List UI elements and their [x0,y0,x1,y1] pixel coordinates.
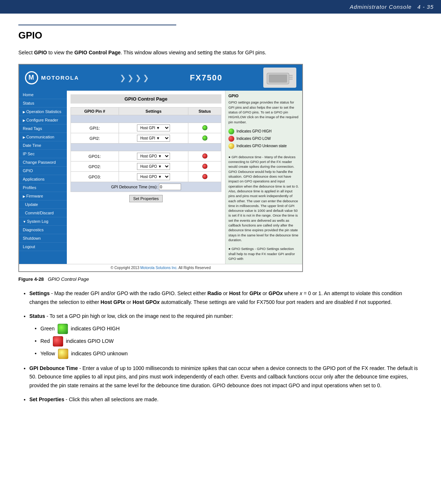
status-gpi1[interactable] [188,123,221,133]
setting-gpo1: Host GPO ▼ [119,151,188,162]
gpo3-status-dot[interactable] [202,174,207,179]
help-legend-green: Indicates GPIO HIGH [228,128,299,134]
fx-main-panel: GPIO Control Page GPIO Pin # Settings St… [67,91,225,264]
breadcrumb-arrows: ❯ ❯ ❯ ❯ [120,73,149,82]
help-green-dot [228,128,234,134]
debounce-input[interactable] [159,184,181,190]
sidebar-item-logout[interactable]: Logout [19,243,67,251]
help-legend-yellow: Indicates GPIO Unknown state [228,143,299,149]
help-green-label: Indicates GPIO HIGH [236,129,272,133]
debounce-label: GPI Debounce Time (ms): [111,185,158,189]
bullet-list: Settings - Map the reader GPI and/or GPO… [29,289,423,404]
set-properties-button[interactable]: Set Properties [129,195,163,202]
help-legend-red: Indicates GPIO LOW [228,136,299,142]
help-description: GPIO settings page provides the status f… [228,100,299,124]
table-row: GPO3: Host GPO ▼ [71,172,221,182]
sidebar-item-communication[interactable]: Communication [19,133,67,141]
status-gpo1[interactable] [188,151,221,162]
debounce-cell: GPI Debounce Time (ms): [71,182,221,192]
pin-gpo3: GPO3: [71,172,119,182]
set-properties-text: - Click this when all selections are mad… [66,396,159,402]
sidebar-item-shutdown[interactable]: Shutdown [19,234,67,243]
sub-item-green: Green indicates GPIO HIGH [40,324,423,334]
setting-gpo2: Host GPO ▼ [119,162,188,172]
green-color-indicator [58,324,68,334]
col-header-pin: GPIO Pin # [71,108,119,115]
sidebar-item-change-password[interactable]: Change Password [19,158,67,167]
sidebar-item-operation-statistics[interactable]: Operation Statistics [19,108,67,116]
pin-gpo1: GPO1: [71,151,119,162]
status-gpi2[interactable] [188,133,221,144]
gpo3-select[interactable]: Host GPO ▼ [137,173,170,180]
status-text: - To set a GPO pin high or low, click on… [47,313,233,319]
gpi2-status-dot[interactable] [202,135,207,141]
gpo2-status-dot[interactable] [202,164,207,169]
help-red-label: Indicates GPIO LOW [236,137,271,141]
gpi1-select[interactable]: Host GPI ▼ [137,124,170,131]
help-yellow-label: Indicates GPIO Unknown state [236,144,287,148]
screenshot-container: M MOTOROLA ❯ ❯ ❯ ❯ FX7500 [18,64,303,272]
gpo1-select[interactable]: Host GPO ▼ [137,153,170,160]
sub-item-red: Red indicates GPIO LOW [40,336,423,347]
sidebar-item-configure-reader[interactable]: Configure Reader [19,116,67,124]
sidebar-item-profiles[interactable]: Profiles [19,184,67,192]
gpo2-select[interactable]: Host GPO ▼ [137,163,170,170]
chevron-icon-2: ❯ [127,73,134,82]
status-gpo2[interactable] [188,162,221,172]
figure-caption-text: GPIO Control Page [48,276,89,282]
col-header-settings: Settings [119,108,188,115]
red-label: Red [40,338,50,344]
fx-sidebar: Home Status Operation Statistics Configu… [19,91,67,264]
help-yellow-dot [228,143,234,149]
sidebar-item-home[interactable]: Home [19,91,67,99]
sidebar-item-status[interactable]: Status [19,99,67,108]
table-row: GPI2: Host GPI ▼ [71,133,221,144]
motorola-link[interactable]: Motorola Solutions Inc. [140,266,178,270]
sidebar-item-gpio[interactable]: GPIO [19,167,67,175]
gpo1-status-dot[interactable] [202,153,207,159]
svg-rect-4 [289,79,293,80]
list-item-settings: Settings - Map the reader GPI and/or GPO… [29,289,423,307]
chevron-icon-4: ❯ [143,73,149,82]
sidebar-item-commit-discard[interactable]: Commit/Discard [19,209,67,217]
status-gpo3[interactable] [188,172,221,182]
gpi1-status-dot[interactable] [202,125,207,130]
sidebar-item-system-log[interactable]: System Log [19,217,67,226]
motorola-header: M MOTOROLA ❯ ❯ ❯ ❯ FX7500 [19,65,302,91]
sidebar-item-applications[interactable]: Applications [19,175,67,184]
motorola-logo-icon: M [25,71,38,84]
red-color-indicator [53,336,63,347]
sidebar-item-update[interactable]: Update [19,200,67,209]
chevron-icon-3: ❯ [135,73,141,82]
sidebar-item-firmware[interactable]: Firmware [19,192,67,200]
debounce-row: GPI Debounce Time (ms): [71,182,221,192]
setting-gpi1: Host GPI ▼ [119,123,188,133]
svg-rect-1 [269,75,287,83]
device-image [263,68,296,88]
help-title: GPIO [228,94,299,98]
intro-description: This window allows viewing and setting t… [123,50,266,55]
sidebar-item-diagnostics[interactable]: Diagnostics [19,226,67,234]
fx-help-panel: GPIO GPIO settings page provides the sta… [225,91,302,264]
sidebar-item-ip-sec[interactable]: IP Sec [19,150,67,158]
pin-gpi2: GPI2: [71,133,119,144]
sidebar-item-date-time[interactable]: Date Time [19,141,67,150]
fx-footer: © Copyright 2013 Motorola Solutions Inc.… [19,264,302,271]
settings-term: Settings [29,290,50,296]
red-description: indicates GPIO LOW [66,338,113,344]
section-divider [18,25,176,25]
status-sub-list: Green indicates GPIO HIGH Red indicates … [40,324,423,359]
help-settings-note: ● GPIO Settings - GPIO Settings selectio… [228,246,299,261]
sidebar-item-read-tags[interactable]: Read Tags [19,124,67,133]
gpi-section-row [71,115,221,123]
pin-gpo2: GPO2: [71,162,119,172]
yellow-label: Yellow [40,350,55,356]
header-title: Administrator Console [350,4,412,10]
gpi2-select[interactable]: Host GPI ▼ [137,135,170,142]
figure-label: Figure 4-28 [18,276,44,282]
col-header-status: Status [188,108,221,115]
fx-body: Home Status Operation Statistics Configu… [19,91,302,264]
setting-gpo3: Host GPO ▼ [119,172,188,182]
page-name-label: GPIO Control Page [75,50,121,55]
help-red-dot [228,136,234,142]
